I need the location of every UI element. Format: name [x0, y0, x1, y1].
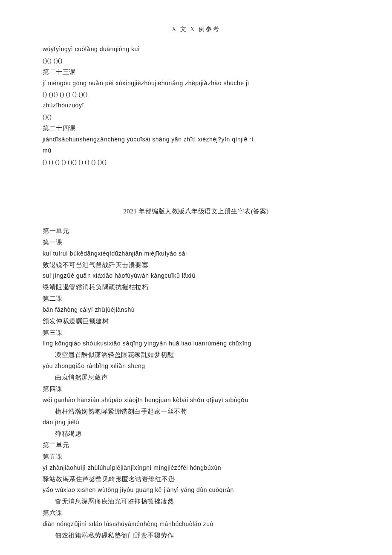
- hanzi-line: 败退锐不可当泄气督战歼灭击溃要塞: [43, 259, 349, 271]
- pinyin-line: diàn nóngzǔjínì sīláo lùsīshúyáménhèng m…: [43, 519, 349, 530]
- hanzi-line: 由衷悄然屏息敛声: [43, 372, 349, 383]
- pinyin-line: yǎo wúxiāo xīshēn wùtòng jíyóu guāng kě …: [43, 485, 349, 496]
- pinyin-line: yóu zhōngqiǎo ránbǐng xīliǎn shēng: [43, 361, 349, 372]
- spacer: [43, 167, 349, 193]
- text-line: wúyǐyìngyì cuòlǎng duànqióng kuì: [43, 44, 349, 55]
- lesson-heading: 第六课: [43, 507, 349, 519]
- unit-heading: 第二单元: [43, 440, 349, 451]
- pinyin-line: líng kōngqiáo shǒukùsìxiāo sǎqīng yíngyǎ…: [43, 338, 349, 349]
- lesson-heading: 第二十四课: [43, 123, 349, 134]
- text-line: jiàndīsǎohúnshèngzǎnchéng yùcuīsài shàng…: [43, 134, 349, 145]
- text-line: jí méngòu gōng nuǎn pèi xúxíngjièzhòujiē…: [43, 78, 349, 89]
- hanzi-line: 桅杆浩瀚娴熟咆哮紧绷镌刻白手起家一丝不苟: [43, 406, 349, 417]
- pinyin-line: dān jīng jiélǜ: [43, 417, 349, 428]
- text-line: mù: [43, 145, 349, 156]
- pinyin-line: bān fāzhòng cáiyí zhǔjùéjiànshù: [43, 305, 349, 316]
- lesson-heading: 第一课: [43, 237, 349, 248]
- text-line: () ()() () () () ()(): [43, 89, 349, 100]
- unit-heading: 第一单元: [43, 225, 349, 237]
- hanzi-line: 绥靖阻遏管辖消耗负隅顽抗摧枯拉朽: [43, 282, 349, 293]
- hanzi-line: 佃农祖籍溺私劳碌私塾衙门野蛮不辍劳作: [43, 530, 349, 541]
- text-line: zhùzīhóuzuòyī: [43, 100, 349, 111]
- pinyin-line: suí jìngzǔè guǎn xiáxiāo hàofùyúwán kàng…: [43, 270, 349, 282]
- document-title: 2021 年部编版人教版八年级语文上册生字表(答案): [43, 206, 349, 218]
- pinyin-line: wéi gānhào hànxián shúpáo xiàojǐn bēngju…: [43, 395, 349, 406]
- lesson-heading: 第四课: [43, 383, 349, 395]
- hanzi-line: 殚精竭虑: [43, 428, 349, 440]
- page-header: X 文 X 例参考: [43, 26, 349, 36]
- lesson-heading: 第三课: [43, 327, 349, 339]
- hanzi-line: 颁发仲裁遗嘱巨额建树: [43, 316, 349, 327]
- pinyin-line: yì zhànjiàohuìjì zhùlúhuìpiējiànjīxíngnì…: [43, 463, 349, 474]
- text-line: ()() ()(): [43, 55, 349, 66]
- pinyin-line: kuì tuìruì bùkědāngxièqìdūzhànjiān mièjī…: [43, 248, 349, 259]
- hanzi-line: 凌空翘首酷似潇洒轻盈眼花缭乱如梦初醒: [43, 349, 349, 361]
- lesson-heading: 第二课: [43, 293, 349, 305]
- hanzi-line: 驿站教诲系住芦荟瞥见畸形匿名诘责绯红不逊: [43, 474, 349, 485]
- text-line: ()(): [43, 111, 349, 123]
- hanzi-line: 杳无消息深恶痛疾油光可鉴抑扬顿挫凄然: [43, 496, 349, 507]
- text-line: () () () () ()() () () () ()(): [43, 156, 349, 168]
- lesson-heading: 第五课: [43, 451, 349, 463]
- lesson-heading: 第二十三课: [43, 66, 349, 78]
